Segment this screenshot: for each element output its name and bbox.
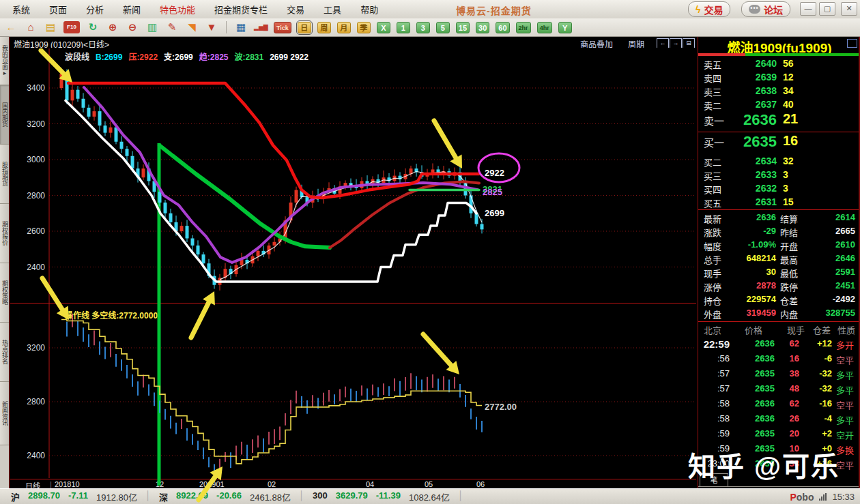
tick-row-0-delta: +12 [802,338,832,349]
sub-indicator-label: 操作线 多空线:2772.0000 [65,309,158,321]
left-tab-strip: 我的页面▸国内期货股指期货期权报价期权策略热点排名新闻资讯 [0,37,10,488]
overlay-icon[interactable]: ▥ [145,21,159,33]
alarm-icon[interactable]: ◥ [185,21,199,33]
bid-5-price: 2631 [698,196,777,207]
refresh-icon[interactable]: ↻ [86,21,100,33]
tick-row-6-price: 2635 [736,428,775,439]
minimize-button[interactable]: — [800,2,816,16]
minichart-icon[interactable]: ▂▅▇ [254,21,268,33]
period-button-60[interactable]: 60 [496,22,509,33]
info-value-开盘: 2610 [786,239,855,250]
info-value-现手: 30 [723,267,776,277]
zoom-in-icon[interactable]: ⊕ [106,21,119,33]
back-icon[interactable]: ← [4,21,18,33]
period-button-30[interactable]: 30 [476,22,489,33]
market-amount-沪: 1912.80亿 [96,490,137,503]
tick-row-1-nature: 空平 [836,353,854,366]
sidebar-tab-0[interactable]: 我的页面▸ [0,37,9,85]
ask-5-volume: 56 [783,58,794,69]
restore-window-icon[interactable] [847,39,857,48]
tick-row-3-time: :57 [698,383,730,394]
sidebar-tab-6[interactable]: 新闻资讯 [0,382,9,445]
date-label-06: 06 [476,480,485,488]
market-amount-深: 2461.88亿 [250,490,291,503]
market-index-深: 8922.69 [176,490,208,503]
menu-item-3[interactable]: 新闻 [113,3,150,16]
market-change-沪: -7.11 [68,490,88,503]
zoom-out-icon[interactable]: ⊖ [126,21,139,33]
ask-4-volume: 12 [783,72,794,83]
filter-icon[interactable]: ▼ [205,21,218,33]
info-separator [698,321,860,322]
brand-logo: Pobo [790,492,814,503]
period-button-3[interactable]: 3 [416,22,430,33]
bid-5-volume: 15 [783,196,794,207]
menu-item-6[interactable]: 交易 [277,3,314,16]
tick-header-仓差: 仓差 [813,323,831,336]
info-value-结算: 2614 [786,212,855,222]
period-button-5[interactable]: 5 [436,22,450,33]
lightning-icon: ϟ [696,4,700,15]
bid-1-price: 2635 [698,133,777,151]
sidebar-tab-4[interactable]: 期权策略 [0,263,9,323]
tick-header-现手: 现手 [787,323,805,336]
bid-3-price: 2633 [698,169,777,180]
period-button-2hr[interactable]: 2hr [516,22,531,33]
period-button-日[interactable]: 日 [298,22,311,33]
market-name-300: 300 [313,490,328,503]
period-button-X[interactable]: X [377,22,390,33]
info-value-外盘: 319459 [723,308,776,318]
sidebar-tab-5[interactable]: 热点排名 [0,323,9,382]
info-value-最高: 2646 [786,253,855,263]
tick-row-3-delta: -32 [802,383,832,394]
period-button-1[interactable]: 1 [397,22,410,33]
ask-2-volume: 40 [783,99,794,110]
indicator-segment-3: 支:2699 [164,53,193,62]
menu-item-0[interactable]: 系统 [3,3,40,16]
bid-3-volume: 3 [783,169,788,180]
period-button-月[interactable]: 月 [337,22,351,33]
bid-4-volume: 3 [783,183,788,194]
period-button-15[interactable]: 15 [456,22,470,33]
menu-item-1[interactable]: 页面 [40,3,76,16]
ask-1-price: 2636 [698,111,777,129]
date-label-201810: 201810 [55,480,80,488]
date-label-12: 12 [156,480,164,488]
split-window-icon[interactable]: ⊟ [683,38,695,48]
tick-row-4-delta: -16 [802,398,832,409]
bid-4-price: 2632 [698,183,777,194]
bid-2-price: 2634 [698,155,777,166]
next-contract-icon[interactable]: → [670,38,682,48]
speech-bubble-icon: ••• [749,5,760,14]
sidebar-tab-1[interactable]: 国内期货 [0,85,9,145]
menu-item-7[interactable]: 工具 [314,3,351,16]
forum-button[interactable]: ••• 论坛 [741,1,790,17]
period-button-周[interactable]: 周 [317,22,331,33]
period-button-季[interactable]: 季 [357,22,371,33]
period-button-Tick[interactable]: Tick [274,22,291,33]
prev-contract-icon[interactable]: ← [657,38,669,48]
maximize-button[interactable]: ▢ [819,2,835,16]
period-button-Y[interactable]: Y [558,22,572,33]
period-button-4hr[interactable]: 4hr [537,22,552,33]
sidebar-tab-2[interactable]: 股指期货 [0,145,9,204]
close-button[interactable]: ✕ [841,2,857,16]
info-label-涨停: 涨停 [704,280,721,293]
menu-item-8[interactable]: 帮助 [351,3,388,16]
tick-row-2-price: 2635 [736,368,775,379]
table-icon[interactable]: ▦ [234,21,248,33]
trade-button[interactable]: ϟ 交易 [688,1,730,17]
tick-row-4-time: :58 [698,398,730,409]
menu-item-2[interactable]: 分析 [76,3,113,16]
menu-item-4[interactable]: 特色功能 [150,3,205,16]
sidebar-tab-3[interactable]: 期权报价 [0,204,9,263]
info-value-总手: 648214 [723,253,776,263]
tick-row-4-price: 2636 [736,398,775,409]
clock: 15:33 [832,492,855,502]
notes-icon[interactable]: ▤ [44,21,57,33]
chart-area[interactable] [10,48,696,479]
home-icon[interactable]: ⌂ [24,21,38,33]
menu-item-5[interactable]: 招金期货专栏 [205,3,277,16]
f10-icon[interactable]: F10 [63,21,80,33]
draw-icon[interactable]: ✎ [165,21,179,33]
